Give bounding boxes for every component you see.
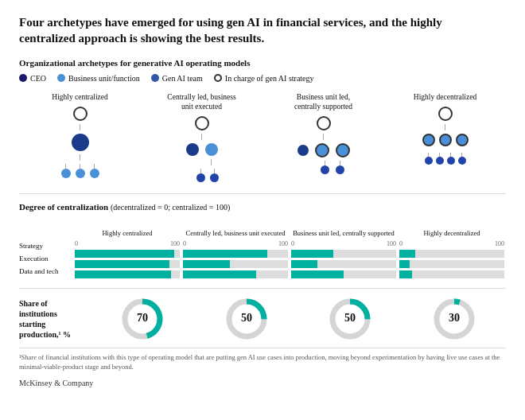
legend-item-ceo: CEO <box>19 74 46 83</box>
bar-fill-4-s <box>399 250 415 258</box>
arch-diagram-3 <box>298 116 350 174</box>
row-label-execution: Execution <box>19 253 73 263</box>
donut-item-3: 50 <box>328 297 372 341</box>
donut-item-4: 30 <box>432 297 476 341</box>
legend: CEO Business unit/function Gen AI team I… <box>19 74 506 83</box>
bar-track-1-d <box>75 270 180 278</box>
arch-diagram-2 <box>185 116 219 182</box>
bar-group-header-2: Centrally led, business unit executed <box>183 218 288 237</box>
bar-group-header-4: Highly decentralized <box>399 218 504 237</box>
arch-diagram-1 <box>61 107 99 178</box>
bar-fill-3-d <box>291 270 344 278</box>
bar-fill-3-s <box>291 250 333 258</box>
bar-fill-4-d <box>399 270 412 278</box>
bar-fill-4-e <box>399 260 410 268</box>
bar-group-4: Highly decentralized 0100 <box>398 218 506 278</box>
bar-fill-1-e <box>75 260 169 268</box>
donuts-row: Share of institutions starting productio… <box>19 297 506 341</box>
row-label-strategy: Strategy <box>19 240 73 251</box>
bar-axis-3: 0100 <box>291 240 396 247</box>
bar-fill-2-e <box>183 260 230 268</box>
bar-track-3-e <box>291 260 396 268</box>
donuts-four: 70 50 50 <box>91 297 506 341</box>
donut-item-1: 70 <box>120 297 165 341</box>
archetype-label-2: Centrally led, business unit executed <box>162 92 242 112</box>
bar-track-2-e <box>183 260 288 268</box>
headline: Four archetypes have emerged for using g… <box>19 14 480 47</box>
archetype-highly-decentralized: Highly decentralized <box>384 92 506 165</box>
row-labels-col: Strategy Execution Data and tech <box>19 218 73 278</box>
archetypes-row: Highly centralized <box>19 92 506 183</box>
bar-track-2-s <box>183 250 288 258</box>
svg-text:70: 70 <box>137 312 148 324</box>
bar-group-header-3: Business unit led, centrally supported <box>291 218 396 237</box>
donut-svg-2: 50 <box>224 297 269 341</box>
bar-track-4-s <box>399 250 504 258</box>
ceo-dot-icon <box>19 74 27 82</box>
bar-fill-2-s <box>183 250 267 258</box>
archetype-centrally-led: Centrally led, business unit executed <box>141 92 262 183</box>
footer-brand: McKinsey & Company <box>19 379 506 387</box>
genai-dot-icon <box>151 74 159 82</box>
donut-item-2: 50 <box>224 297 269 341</box>
archetype-label-4: Highly decentralized <box>414 92 476 102</box>
bar-group-header-1: Highly centralized <box>75 218 180 237</box>
legend-charge-label: In charge of gen AI strategy <box>225 74 314 83</box>
bar-axis-1: 0100 <box>75 240 180 247</box>
legend-genai-label: Gen AI team <box>162 74 203 83</box>
donut-svg-3: 50 <box>328 297 372 341</box>
bar-group-3: Business unit led, centrally supported 0… <box>290 218 398 278</box>
legend-item-bu: Business unit/function <box>57 74 140 83</box>
bar-section-sublabel: (decentralized = 0; centralized = 100) <box>111 203 230 212</box>
archetype-label-3: Business unit led, centrally supported <box>284 92 364 112</box>
bar-axis-2: 0100 <box>183 240 288 247</box>
four-bar-groups: Highly centralized 0100 Centrally led, b… <box>73 218 506 278</box>
svg-text:50: 50 <box>344 312 356 324</box>
archetype-bu-led: Business unit led, centrally supported <box>262 92 384 175</box>
bar-track-4-d <box>399 270 504 278</box>
bar-section: Degree of centralization (decentralized … <box>19 193 506 278</box>
footnote: ¹Share of financial institutions with th… <box>19 348 506 372</box>
bar-fill-1-d <box>75 270 171 278</box>
bar-track-3-s <box>291 250 396 258</box>
bar-axis-4: 0100 <box>399 240 504 247</box>
bar-track-2-d <box>183 270 288 278</box>
bar-fill-2-d <box>183 270 256 278</box>
bar-track-1-s <box>75 250 180 258</box>
legend-item-genai: Gen AI team <box>151 74 203 83</box>
legend-bu-label: Business unit/function <box>68 74 140 83</box>
bar-group-2: Centrally led, business unit executed 01… <box>181 218 290 278</box>
org-section-label: Organizational archetypes for generative… <box>19 58 506 68</box>
donut-section: Share of institutions starting productio… <box>19 288 506 341</box>
donut-svg-1: 70 <box>120 297 165 341</box>
bar-fill-3-e <box>291 260 317 268</box>
legend-ceo-label: CEO <box>30 74 46 83</box>
charge-dot-icon <box>214 74 222 82</box>
svg-text:50: 50 <box>241 312 252 324</box>
bar-section-label: Degree of centralization (decentralized … <box>19 202 506 212</box>
bars-with-labels: Strategy Execution Data and tech Highly … <box>19 218 506 278</box>
bar-track-3-d <box>291 270 396 278</box>
archetype-highly-centralized: Highly centralized <box>19 92 141 178</box>
donut-section-label: Share of institutions starting productio… <box>19 298 91 340</box>
bar-group-1: Highly centralized 0100 <box>73 218 181 278</box>
bar-fill-1-s <box>75 250 174 258</box>
legend-item-charge: In charge of gen AI strategy <box>214 74 314 83</box>
bu-dot-icon <box>57 74 65 82</box>
row-label-data-tech: Data and tech <box>19 266 73 276</box>
arch-diagram-4 <box>422 107 469 165</box>
bar-track-1-e <box>75 260 180 268</box>
donut-svg-4: 30 <box>432 297 476 341</box>
archetype-label-1: Highly centralized <box>52 92 107 102</box>
bar-track-4-e <box>399 260 504 268</box>
svg-text:30: 30 <box>449 312 460 324</box>
